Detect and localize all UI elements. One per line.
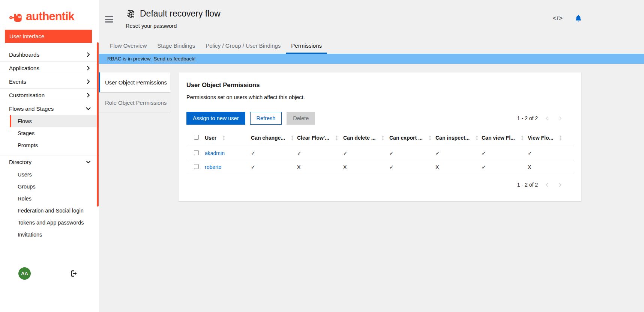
sidebar-item-prompts[interactable]: Prompts [0,139,99,151]
column-header-clear-flow[interactable]: Clear Flow'... [297,135,343,141]
sort-icon [222,135,226,141]
chevron-right-icon [86,79,91,84]
sidebar-item-roles[interactable]: Roles [0,193,99,205]
previous-page-icon[interactable] [543,182,551,187]
previous-page-icon[interactable] [543,116,551,121]
sidebar-item-groups[interactable]: Groups [0,181,99,193]
tab-stage-bindings[interactable]: Stage Bindings [152,39,200,54]
card-title: User Object Permissions [186,81,573,89]
sidebar-item-users[interactable]: Users [0,169,99,181]
chevron-down-icon [86,106,91,111]
row-checkbox[interactable] [194,150,199,155]
perm-value: X [343,164,389,170]
perm-value: ✓ [528,150,574,156]
column-header-view-flow[interactable]: View Flo... [528,135,574,141]
perm-value: ✓ [435,150,482,156]
chevron-right-icon [86,66,91,71]
sidebar-item-events[interactable]: Events [0,75,99,88]
sidebar-footer: AA [0,265,99,282]
user-object-permissions-card: User Object Permissions Permissions set … [179,72,581,201]
sidebar-item-flows[interactable]: Flows [10,115,99,127]
rbac-preview-banner: RBAC is in preview. Send us feedback! [99,54,644,64]
main-area: Default recovery flow Reset your passwor… [99,0,644,312]
perm-value: ✓ [343,150,389,156]
sidebar-item-directory[interactable]: Directory [0,155,99,169]
perm-value: ✓ [251,150,297,156]
authentik-logo-icon [9,11,23,23]
column-header-user[interactable]: User [205,135,251,141]
column-header-can-export[interactable]: Can export ... [389,135,435,141]
page-header: Default recovery flow Reset your passwor… [99,0,644,39]
sign-out-icon[interactable] [70,270,77,277]
perm-value: ✓ [389,150,435,156]
sort-icon [290,135,294,141]
sidebar-item-user-interface[interactable]: User interface [5,30,92,43]
perm-value: X [435,164,482,170]
row-checkbox[interactable] [194,164,199,169]
banner-text: RBAC is in preview. [107,56,152,62]
column-header-can-delete[interactable]: Can delete ... [343,135,389,141]
sidebar-item-dashboards[interactable]: Dashboards [0,48,99,61]
app-window: authentik User interface Dashboards Appl… [0,0,644,312]
chevron-down-icon [86,160,91,164]
sidebar-nav: Dashboards Applications Events Customisa… [0,48,99,244]
sort-icon [475,135,479,141]
sidebar-item-stages[interactable]: Stages [0,127,99,139]
chevron-right-icon [86,52,91,57]
chevron-right-icon [86,93,91,98]
sidebar-item-federation-and-social-login[interactable]: Federation and Social login [0,205,99,217]
sort-icon [381,135,385,141]
table-header-row: User Can change... Clear Flow'... Can de… [186,130,573,146]
tab-user-object-permissions[interactable]: User Object Permissions [99,72,170,92]
sidebar-scrollbar[interactable] [97,42,99,206]
tab-permissions[interactable]: Permissions [286,39,327,54]
user-link[interactable]: akadmin [205,150,225,156]
tab-role-object-permissions[interactable]: Role Object Permissions [99,92,170,113]
toolbar: Assign to new user Refresh Delete 1 - 2 … [186,112,573,125]
select-all-checkbox[interactable] [194,135,199,140]
sidebar-item-invitations[interactable]: Invitations [0,229,99,241]
perm-value: X [528,164,574,170]
table-row: akadmin ✓ ✓ ✓ ✓ ✓ ✓ ✓ [186,146,573,160]
delete-button[interactable]: Delete [287,112,315,125]
perm-value: ✓ [482,164,528,170]
sort-icon [335,135,339,141]
logo-wordmark: authentik [26,10,74,23]
tab-policy-group-user-bindings[interactable]: Policy / Group / User Bindings [200,39,286,54]
perm-value: ✓ [389,164,435,170]
api-code-icon[interactable]: </> [552,15,563,22]
column-header-can-view[interactable]: Can view Fl... [482,135,528,141]
authentik-logo[interactable]: authentik [0,0,99,23]
next-page-icon[interactable] [556,182,564,187]
sidebar: authentik User interface Dashboards Appl… [0,0,99,312]
card-description: Permissions set on users which affect th… [186,94,573,100]
sort-icon [428,135,432,141]
feedback-link[interactable]: Send us feedback! [154,56,196,62]
pagination-bottom: 1 - 2 of 2 [517,182,564,188]
refresh-button[interactable]: Refresh [250,112,282,125]
menu-toggle-icon[interactable] [105,16,113,23]
tab-bar: Flow Overview Stage Bindings Policy / Gr… [99,39,644,54]
sidebar-item-customisation[interactable]: Customisation [0,89,99,102]
page-title: Default recovery flow [140,9,221,19]
tab-flow-overview[interactable]: Flow Overview [105,39,152,54]
content-area: User Object Permissions Role Object Perm… [99,64,644,312]
next-page-icon[interactable] [556,116,564,121]
perm-value: ✓ [297,150,343,156]
avatar[interactable]: AA [18,267,31,280]
pagination-top: 1 - 2 of 2 [517,115,564,121]
table-row: roberto ✓ X X ✓ X ✓ X [186,160,573,174]
sidebar-item-applications[interactable]: Applications [0,62,99,75]
assign-to-new-user-button[interactable]: Assign to new user [186,112,245,125]
sort-icon [520,135,524,141]
sidebar-item-flows-and-stages[interactable]: Flows and Stages [0,102,99,115]
perm-value: ✓ [482,150,528,156]
sidebar-item-tokens-and-app-passwords[interactable]: Tokens and App passwords [0,217,99,229]
user-link[interactable]: roberto [205,164,221,170]
perm-value: X [297,164,343,170]
pagination-label: 1 - 2 of 2 [517,115,538,121]
column-header-can-change[interactable]: Can change... [251,135,297,141]
column-header-can-inspect[interactable]: Can inspect... [435,135,482,141]
notification-bell-icon[interactable] [574,14,582,23]
object-permission-tabs: User Object Permissions Role Object Perm… [99,72,170,113]
